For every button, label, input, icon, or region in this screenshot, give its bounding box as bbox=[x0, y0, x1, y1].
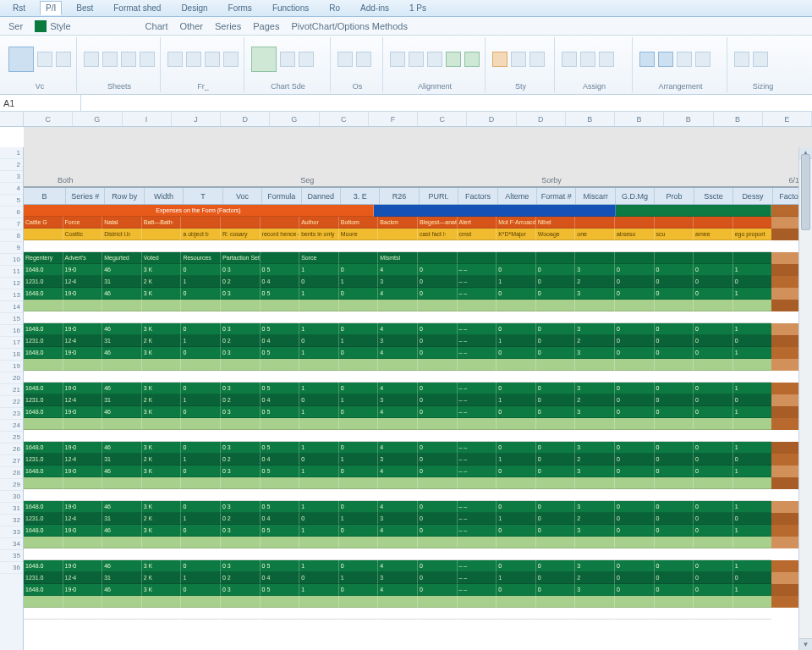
data-row[interactable]: 1648.019·0463 K00 30 51040– –00300010 bbox=[24, 383, 812, 394]
cell[interactable]: 1 bbox=[497, 454, 536, 465]
table-header-cell[interactable]: 3. E bbox=[341, 188, 380, 204]
cell[interactable]: 3 K bbox=[142, 383, 182, 394]
data-row[interactable] bbox=[24, 418, 812, 430]
cell[interactable] bbox=[458, 548, 497, 560]
cell[interactable]: 0 5 bbox=[261, 383, 300, 394]
cell[interactable] bbox=[24, 489, 63, 501]
cell[interactable]: – – bbox=[458, 572, 497, 584]
cell[interactable] bbox=[378, 300, 418, 311]
cell[interactable]: 31 bbox=[102, 513, 142, 525]
cell[interactable]: 0 bbox=[536, 454, 576, 465]
cell[interactable] bbox=[221, 430, 261, 442]
row-header[interactable]: 35 bbox=[0, 550, 23, 562]
cell[interactable] bbox=[221, 300, 261, 311]
cell[interactable]: 0 bbox=[615, 454, 655, 465]
cell[interactable] bbox=[378, 240, 418, 252]
cell[interactable]: 3 bbox=[575, 501, 615, 513]
cell[interactable]: 1 bbox=[181, 335, 221, 347]
cell[interactable]: 3 bbox=[575, 442, 615, 454]
cell[interactable]: 3 K bbox=[142, 465, 182, 477]
cell[interactable]: 1648.0 bbox=[24, 584, 63, 596]
cell[interactable] bbox=[142, 300, 182, 311]
cell[interactable]: 0 bbox=[339, 525, 379, 537]
cell[interactable]: 2 bbox=[575, 394, 615, 406]
cell[interactable]: 1 bbox=[339, 572, 379, 584]
column-header[interactable]: D bbox=[221, 112, 270, 126]
cell[interactable]: 0 bbox=[655, 513, 694, 525]
data-row[interactable] bbox=[24, 489, 812, 501]
cell[interactable] bbox=[339, 240, 379, 252]
table-header-cell[interactable]: T bbox=[184, 188, 222, 204]
cell[interactable]: 0 bbox=[418, 442, 458, 454]
cell[interactable]: 3 bbox=[575, 288, 615, 300]
cell[interactable]: 0 bbox=[418, 335, 458, 347]
cell[interactable]: 1231.0 bbox=[24, 276, 63, 288]
cell[interactable]: 46 bbox=[102, 323, 142, 335]
cell[interactable]: 0 bbox=[694, 572, 733, 584]
data-row[interactable]: 1648.019·0463 K00 30 51040– –00300010 bbox=[24, 560, 812, 572]
row-header[interactable]: 33 bbox=[0, 526, 23, 538]
cell[interactable] bbox=[261, 608, 300, 620]
cell[interactable] bbox=[733, 418, 773, 430]
data-row[interactable] bbox=[24, 359, 812, 371]
cell[interactable] bbox=[102, 548, 142, 560]
cell[interactable] bbox=[733, 252, 773, 264]
yellow-description-row[interactable]: CostticDistrict l.ba object bR: cosaryre… bbox=[24, 229, 812, 240]
data-row[interactable]: 1231.012·4312 K10 20 40130– –10200001 bbox=[24, 572, 812, 584]
cell[interactable] bbox=[615, 548, 655, 560]
data-row[interactable] bbox=[24, 300, 812, 311]
cell[interactable] bbox=[615, 359, 655, 371]
row-header[interactable]: 3 bbox=[0, 171, 23, 183]
select-all-cell[interactable] bbox=[0, 112, 24, 126]
cell[interactable]: 0 5 bbox=[261, 347, 300, 359]
cell[interactable]: 0 bbox=[733, 335, 773, 347]
row-header[interactable]: 11 bbox=[0, 266, 23, 278]
cell[interactable]: – – bbox=[458, 264, 497, 276]
column-header[interactable]: B bbox=[615, 112, 664, 126]
cell[interactable]: 1648.0 bbox=[24, 383, 63, 394]
cell[interactable]: 19·0 bbox=[63, 406, 103, 418]
cell[interactable] bbox=[418, 359, 458, 371]
cell[interactable]: 3 bbox=[575, 383, 615, 394]
cell[interactable]: 0 bbox=[536, 383, 576, 394]
cell[interactable]: 0 5 bbox=[261, 560, 300, 572]
table-header-cell[interactable]: Row by bbox=[105, 188, 144, 204]
cell[interactable] bbox=[221, 240, 261, 252]
cell[interactable] bbox=[24, 608, 63, 620]
cell[interactable]: – – bbox=[458, 406, 497, 418]
assign-icon[interactable] bbox=[580, 52, 595, 67]
cell[interactable] bbox=[458, 300, 497, 311]
cell[interactable]: 0 bbox=[418, 584, 458, 596]
cell[interactable]: Moore bbox=[339, 229, 379, 240]
cell[interactable] bbox=[261, 418, 300, 430]
cell[interactable] bbox=[418, 430, 458, 442]
cell[interactable] bbox=[575, 477, 615, 489]
cell[interactable]: 46 bbox=[102, 264, 142, 276]
cell[interactable] bbox=[615, 300, 655, 311]
cell[interactable]: 1231.0 bbox=[24, 513, 63, 525]
cell[interactable]: 2 bbox=[575, 454, 615, 465]
data-row[interactable] bbox=[24, 548, 812, 560]
cell[interactable]: 0 bbox=[497, 406, 536, 418]
row-header[interactable]: 5 bbox=[0, 195, 23, 207]
cell[interactable]: 1648.0 bbox=[24, 406, 63, 418]
column-header[interactable]: C bbox=[24, 112, 73, 126]
cell[interactable] bbox=[497, 548, 536, 560]
cell[interactable]: 0 5 bbox=[261, 465, 300, 477]
cell[interactable]: – – bbox=[458, 465, 497, 477]
titlebar-item[interactable]: Design bbox=[175, 1, 213, 15]
cell[interactable]: 0 bbox=[536, 406, 576, 418]
column-header[interactable]: C bbox=[320, 112, 369, 126]
cell[interactable]: 12·4 bbox=[63, 572, 103, 584]
cut-icon[interactable] bbox=[37, 52, 52, 67]
cell[interactable]: 0 bbox=[299, 513, 339, 525]
cell[interactable]: 0 bbox=[497, 501, 536, 513]
cell[interactable] bbox=[694, 252, 733, 264]
cell[interactable] bbox=[339, 548, 379, 560]
data-row[interactable] bbox=[24, 311, 812, 323]
cell[interactable] bbox=[142, 311, 182, 323]
cell[interactable]: 1231.0 bbox=[24, 394, 63, 406]
cell[interactable]: 0 bbox=[536, 525, 576, 537]
cell[interactable]: 0 5 bbox=[261, 323, 300, 335]
cell[interactable] bbox=[575, 548, 615, 560]
